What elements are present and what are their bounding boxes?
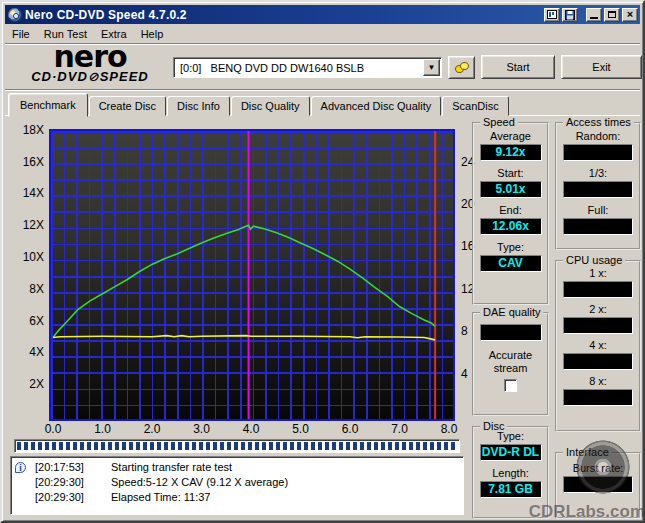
panel-cpu-usage: CPU usage 1 x:2 x:4 x:8 x: (555, 260, 641, 432)
log-list[interactable]: i[20:17:53]Starting transfer rate test[2… (10, 456, 464, 515)
disc-length-value: 7.81 GB (480, 481, 542, 498)
x-tick: 2.0 (137, 422, 167, 436)
full-label: Full: (557, 204, 639, 216)
panel-interface-title: Interface (563, 446, 612, 458)
panel-access-times: Access times Random: 1/3: Full: (555, 122, 641, 250)
panel-dae-title: DAE quality (480, 306, 543, 318)
maximize-button[interactable] (604, 8, 620, 22)
report-button[interactable] (544, 8, 560, 22)
tab-advanced-disc-quality[interactable]: Advanced Disc Quality (311, 96, 442, 116)
disc-length-label: Length: (474, 467, 547, 479)
end-label: End: (474, 204, 547, 216)
burst-rate-value (563, 476, 633, 493)
y-left-tick: 2X (2, 377, 44, 391)
log-entry: i[20:17:53]Starting transfer rate test (15, 460, 461, 475)
x-tick: 7.0 (385, 422, 415, 436)
dae-quality-value (480, 324, 542, 341)
progress-bar-fill (17, 442, 457, 450)
panel-access-title: Access times (563, 116, 634, 128)
save-button[interactable] (562, 8, 578, 22)
log-message: Speed:5-12 X CAV (9.12 X average) (111, 475, 288, 490)
x-axis: 0.01.02.03.04.05.06.07.08.0 (49, 422, 455, 436)
panel-dae-quality: DAE quality Accuratestream (472, 312, 549, 416)
x-tick: 5.0 (286, 422, 316, 436)
y-right-tick: 8 (461, 324, 468, 338)
x-tick: 4.0 (236, 422, 266, 436)
benchmark-chart (49, 129, 455, 421)
type-label: Type: (474, 241, 547, 253)
tab-benchmark[interactable]: Benchmark (8, 93, 88, 117)
tab-scandisc[interactable]: ScanDisc (442, 96, 508, 116)
tab-create-disc[interactable]: Create Disc (89, 96, 166, 116)
cpu-8x-value (563, 389, 633, 406)
y-left-tick: 6X (2, 314, 44, 328)
panel-speed-title: Speed (480, 116, 518, 128)
drive-select-value: [0:0] BENQ DVD DD DW1640 BSLB (174, 62, 423, 74)
series-rotation-speed (53, 336, 435, 340)
x-tick: 6.0 (335, 422, 365, 436)
accurate-stream-checkbox[interactable] (504, 379, 517, 392)
app-window: Nero CD-DVD Speed 4.7.0.2 × FileRun Test… (0, 0, 645, 523)
title-bar[interactable]: Nero CD-DVD Speed 4.7.0.2 × (5, 5, 640, 24)
log-message: Elapsed Time: 11:37 (111, 490, 210, 505)
menu-item-help[interactable]: Help (134, 26, 171, 42)
chart-curves (51, 131, 453, 419)
cpu-1x-label: 1 x: (557, 267, 639, 279)
minimize-icon (590, 17, 598, 19)
series-read-speed-cav- (53, 225, 435, 337)
y-axis-left: 18X16X14X12X10X8X6X4X2X (2, 131, 48, 419)
panel-disc-title: Disc (480, 420, 507, 432)
y-left-tick: 16X (2, 155, 44, 169)
y-left-tick: 8X (2, 282, 44, 296)
panel-cpu-title: CPU usage (563, 254, 625, 266)
full-value (563, 218, 633, 235)
nero-logo-subtitle: CD·DVD⊘SPEED (10, 69, 170, 84)
cpu-2x-value (563, 317, 633, 334)
app-cd-icon (8, 8, 22, 22)
tab-disc-info[interactable]: Disc Info (167, 96, 230, 116)
report-icon (547, 10, 557, 19)
panel-interface: Interface Burst rate: (555, 452, 641, 519)
logo-disc-icon: ⊘ (88, 69, 100, 84)
nero-logo-wordmark: nero (10, 45, 170, 69)
y-left-tick: 4X (2, 345, 44, 359)
average-value: 9.12x (480, 144, 542, 161)
y-left-tick: 14X (2, 186, 44, 200)
chevron-down-icon[interactable]: ▼ (423, 59, 440, 76)
end-value: 12.06x (480, 218, 542, 235)
y-left-tick: 10X (2, 250, 44, 264)
eject-tray-button[interactable] (448, 56, 475, 79)
maximize-icon (608, 11, 616, 18)
x-tick: 8.0 (434, 422, 464, 436)
divider (5, 89, 640, 91)
tab-disc-quality[interactable]: Disc Quality (231, 96, 310, 116)
menu-item-file[interactable]: File (5, 26, 37, 42)
one-third-label: 1/3: (557, 167, 639, 179)
burst-rate-label: Burst rate: (557, 462, 639, 474)
log-entry: [20:29:30]Elapsed Time: 11:37 (15, 490, 461, 505)
start-value: 5.01x (480, 181, 542, 198)
random-value (563, 144, 633, 161)
x-tick: 3.0 (187, 422, 217, 436)
x-tick: 1.0 (88, 422, 118, 436)
panel-speed: Speed Average 9.12x Start: 5.01x End: 12… (472, 122, 549, 305)
cpu-4x-value (563, 353, 633, 370)
log-timestamp: [20:17:53] (35, 460, 97, 475)
close-button[interactable]: × (622, 8, 638, 22)
drive-select[interactable]: [0:0] BENQ DVD DD DW1640 BSLB ▼ (173, 57, 442, 78)
panel-disc: Disc Type: DVD-R DL Length: 7.81 GB (472, 426, 549, 519)
exit-button[interactable]: Exit (561, 55, 642, 79)
cpu-8x-label: 8 x: (557, 375, 639, 387)
start-button[interactable]: Start (481, 55, 555, 79)
cpu-2x-label: 2 x: (557, 303, 639, 315)
minimize-button[interactable] (586, 8, 602, 22)
one-third-value (563, 181, 633, 198)
log-entry: [20:29:30]Speed:5-12 X CAV (9.12 X avera… (15, 475, 461, 490)
close-icon: × (627, 9, 633, 20)
nero-logo: nero CD·DVD⊘SPEED (10, 45, 170, 84)
log-timestamp: [20:29:30] (35, 475, 97, 490)
start-label: Start: (474, 167, 547, 179)
info-icon: i (15, 462, 26, 473)
eject-disc-icon (455, 62, 468, 74)
y-right-tick: 4 (461, 367, 468, 381)
